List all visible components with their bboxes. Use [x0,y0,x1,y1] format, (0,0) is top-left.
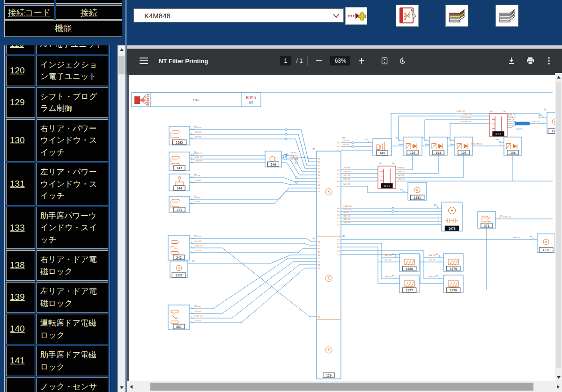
svg-text:ND: ND [392,162,395,165]
svg-text:147: 147 [177,167,182,170]
svg-text:3GF—VE: 3GF—VE [194,319,202,322]
svg-text:3WH—SR: 3WH—SR [385,254,392,256]
plus-icon [359,58,364,64]
pdf-scroll-down-arrow[interactable] [555,374,562,380]
row-number-link[interactable]: 120 [10,65,25,75]
fit-page-icon [381,57,388,65]
svg-text:3AJS—VE: 3AJS—VE [194,156,203,158]
pdf-hscroll-thumb[interactable] [150,383,533,391]
manuals-gray-button[interactable] [495,5,518,27]
svg-text:3AJB—BA: 3AJB—BA [343,205,352,207]
nav-link-connection-code[interactable]: 接続コード [8,7,51,18]
svg-text:3AL—RG: 3AL—RG [194,240,202,242]
svg-text:C4: C4 [318,261,320,263]
row-number-link[interactable]: 140 [10,324,25,334]
table-row: ノック・センサ [6,377,108,392]
row-number-cell: 129 [6,87,35,118]
row-label-cell: 助手席パワーウインドウ・スイッチ [37,207,108,249]
row-number-link[interactable]: 133 [10,223,25,232]
svg-text:3: 3 [191,316,192,318]
svg-text:B4: B4 [318,164,320,167]
svg-text:B2: B2 [318,254,320,256]
svg-text:ND: ND [379,162,382,165]
pdf-scroll-left-arrow[interactable] [128,381,134,392]
row-number-link[interactable]: 130 [10,135,25,145]
svg-text:3M—VE: 3M—VE [343,211,349,214]
row-number-link[interactable]: 141 [10,356,25,365]
row-number-link[interactable]: 119 [10,45,24,49]
download-icon [508,57,515,65]
svg-text:244: 244 [177,187,182,190]
nav-box-connection: 接続 [56,5,122,20]
print-button[interactable] [524,54,537,67]
nav-link-connection[interactable]: 接続 [81,7,97,18]
svg-text:ND: ND [422,137,424,139]
vehicle-code-value: K4M848 [134,12,333,20]
wiring-diagram-button[interactable] [396,5,419,27]
svg-text:K: K [328,276,330,281]
nav-box-cut-left [4,0,54,4]
page-number-input[interactable]: 1 [280,56,292,65]
svg-text:3WN—SR: 3WN—SR [429,254,436,256]
menu-button[interactable] [137,54,150,67]
nav-link-function[interactable]: 機能 [55,23,72,34]
row-number-link[interactable]: 138 [10,260,25,270]
fit-page-button[interactable] [378,54,391,67]
svg-text:1: 1 [189,262,190,264]
svg-text:2: 2 [451,143,452,145]
svg-text:3B3—RG: 3B3—RG [194,131,202,133]
svg-text:B4: B4 [337,180,340,182]
svg-text:ND: ND [436,253,438,255]
sidebar-scroll-up-arrow[interactable] [118,46,126,53]
svg-text:ND: ND [312,237,315,240]
svg-text:3AB—BJ: 3AB—BJ [194,196,201,199]
svg-text:3JK—BA: 3JK—BA [194,179,202,181]
zoom-in-button[interactable] [355,54,368,67]
pdf-scroll-right-arrow[interactable] [555,381,562,392]
svg-text:3AJ—GR: 3AJ—GR [194,235,202,238]
svg-text:K2: K2 [337,239,340,241]
row-number-link[interactable]: 139 [10,292,25,302]
page-total: / 1 [296,58,303,64]
svg-text:B4: B4 [318,247,320,250]
manuals-color-button[interactable] [445,5,468,27]
svg-text:3: 3 [191,161,192,163]
svg-text:3CF—VE: 3CF—VE [385,259,392,261]
sidebar-scroll-thumb[interactable] [118,56,125,74]
zoom-level[interactable]: 63% [330,56,350,65]
svg-text:2: 2 [438,210,439,211]
svg-text:3DM—BA: 3DM—BA [291,154,298,157]
sidebar-scroll-down-arrow[interactable] [118,385,126,391]
add-connection-button[interactable] [345,7,367,25]
more-options-button[interactable] [542,54,555,67]
svg-text:3AJB—GR: 3AJB—GR [194,160,203,162]
zoom-out-button[interactable] [312,54,325,67]
pdf-scroll-up-arrow[interactable] [555,74,562,80]
svg-text:3B2—BA: 3B2—BA [194,136,202,138]
svg-text:1079: 1079 [450,267,457,271]
row-label-cell: 右リア・ドア電磁ロック [37,250,108,281]
svg-text:3FB2—MA/RG: 3FB2—MA/RG [459,120,472,123]
wiring-book-icon [397,6,417,25]
row-number-link[interactable]: 129 [10,97,25,107]
row-number-link[interactable]: 131 [10,179,25,189]
svg-text:ND: ND [500,215,503,217]
pdf-vscroll-thumb[interactable] [556,82,561,368]
row-number-cell: 119 [6,45,35,54]
svg-text:1: 1 [497,217,498,219]
svg-text:F3: F3 [337,142,340,144]
rotate-button[interactable] [396,54,409,67]
vehicle-code-select[interactable]: K4M848 [133,8,344,22]
svg-text:3C—GR: 3C—GR [194,174,200,177]
svg-text:3MG—GR: 3MG—GR [342,139,350,142]
svg-text:D4: D4 [318,267,320,269]
svg-text:3WP—SR: 3WP—SR [429,276,436,278]
table-row: 119A/T 電子ユニット [6,45,108,54]
svg-text:195: 195 [461,151,466,155]
svg-text:ND: ND [447,137,450,139]
svg-text:3MQ—VE: 3MQ—VE [343,218,351,220]
svg-text:08: 08 [249,101,253,105]
download-button[interactable] [505,54,518,67]
svg-text:B3: B3 [318,251,320,253]
svg-text:A3: A3 [318,257,320,260]
